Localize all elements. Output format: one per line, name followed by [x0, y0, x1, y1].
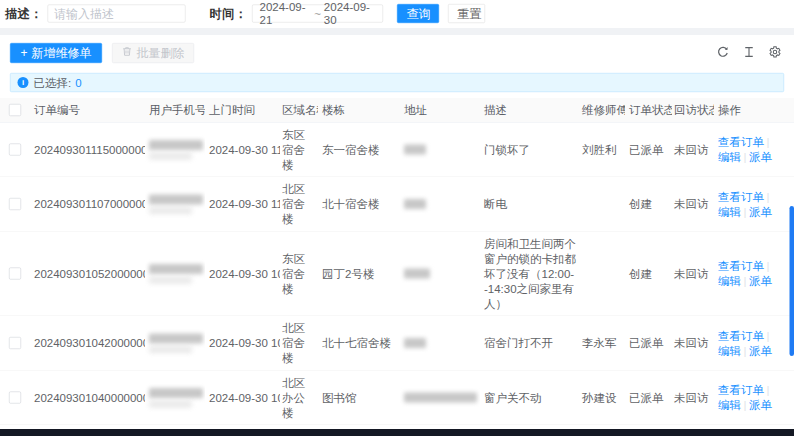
phone-redacted	[145, 259, 205, 288]
table-header-row: 订单编号用户手机号上门时间区域名称楼栋地址描述维修师傅订单状态回访状态操作	[0, 98, 794, 123]
view-order-link[interactable]: 查看订单	[718, 260, 764, 273]
row-checkbox[interactable]	[9, 268, 21, 280]
table-toolbar: + 新增维修单 批量删除	[0, 35, 794, 68]
phone-redacted	[145, 329, 205, 358]
address-blur	[404, 338, 426, 348]
row-checkbox-cell	[0, 333, 30, 354]
column-header: 地址	[400, 98, 480, 122]
add-repair-order-button[interactable]: + 新增维修单	[10, 43, 102, 63]
dispatch-link[interactable]: 派单	[749, 344, 772, 357]
operations-cell: 查看订单|编辑|派单	[714, 254, 790, 293]
phone-blur	[149, 264, 203, 274]
column-header: 区域名称	[280, 98, 318, 122]
link-separator: |	[741, 344, 749, 357]
order-status: 创建	[625, 192, 672, 216]
column-header: 维修师傅	[580, 98, 625, 122]
view-order-link[interactable]: 查看订单	[718, 190, 764, 203]
dispatch-link[interactable]: 派单	[749, 275, 772, 288]
address-blur	[404, 199, 426, 209]
phone-blur-line2	[149, 207, 192, 214]
column-header: 订单状态	[625, 98, 672, 122]
date-start[interactable]: 2024-09-21	[260, 0, 312, 27]
visit-status: 未回访	[672, 138, 714, 162]
area-name: 北区宿舍楼	[280, 177, 318, 231]
address-redacted	[400, 140, 480, 159]
row-checkbox-cell	[0, 387, 30, 408]
phone-blur-line2	[149, 401, 192, 408]
column-header: 楼栋	[318, 98, 400, 122]
view-order-link[interactable]: 查看订单	[718, 329, 764, 342]
header-checkbox-cell	[0, 98, 30, 122]
building-name: 东一宿舍楼	[318, 138, 400, 162]
row-checkbox-cell	[0, 194, 30, 215]
phone-redacted	[145, 135, 205, 164]
visit-time: 2024-09-30 11:04:30	[205, 192, 280, 216]
link-separator: |	[764, 384, 772, 397]
column-header: 订单编号	[30, 98, 145, 122]
area-name: 东区宿舍楼	[280, 123, 318, 177]
reset-button[interactable]: 重置	[448, 4, 485, 23]
column-header: 回访状态	[672, 98, 714, 122]
row-checkbox[interactable]	[9, 198, 21, 210]
area-name: 北区宿舍楼	[280, 316, 318, 370]
phone-blur-line2	[149, 346, 192, 353]
link-separator: |	[741, 275, 749, 288]
address-redacted	[400, 388, 480, 407]
description: 房间和卫生间两个窗户的锁的卡扣都坏了没有（12:00--14:30之间家里有人）	[480, 232, 580, 316]
view-order-link[interactable]: 查看订单	[718, 384, 764, 397]
visit-time: 2024-09-30 11:11:42	[205, 138, 280, 162]
dispatch-link[interactable]: 派单	[749, 151, 772, 164]
operation-links: 查看订单|编辑|派单	[718, 259, 776, 289]
divider-band	[0, 28, 794, 35]
scrollbar-thumb[interactable]	[790, 206, 794, 356]
address-redacted	[400, 334, 480, 353]
operations-cell: 查看订单|编辑|派单	[714, 378, 790, 417]
batch-delete-button[interactable]: 批量删除	[112, 43, 194, 63]
row-checkbox[interactable]	[9, 337, 21, 349]
phone-redacted	[145, 190, 205, 219]
select-all-checkbox[interactable]	[9, 104, 21, 116]
order-status: 已派单	[625, 386, 672, 410]
settings-icon[interactable]	[768, 45, 782, 59]
repair-master: 刘胜利	[580, 138, 625, 162]
visit-time: 2024-09-30 10:37:04	[205, 386, 280, 410]
order-number: 20240930111500000000	[30, 138, 145, 162]
filter-bar: 描述： 时间： 2024-09-21 ~ 2024-09-30 查询 重置	[0, 0, 794, 28]
edit-link[interactable]: 编辑	[718, 344, 741, 357]
refresh-icon[interactable]	[716, 45, 730, 59]
row-checkbox[interactable]	[9, 392, 21, 404]
dispatch-link[interactable]: 派单	[749, 205, 772, 218]
edit-link[interactable]: 编辑	[718, 275, 741, 288]
edit-link[interactable]: 编辑	[718, 151, 741, 164]
link-separator: |	[741, 399, 749, 412]
page: 描述： 时间： 2024-09-21 ~ 2024-09-30 查询 重置 + …	[0, 0, 794, 436]
table-row: 202409301052000000122024-09-30 10:47:55东…	[0, 232, 794, 317]
address-blur	[404, 393, 477, 403]
column-header: 上门时间	[205, 98, 280, 122]
desc-filter-input[interactable]	[48, 5, 186, 23]
order-number: 20240930104200000038	[30, 331, 145, 355]
density-icon[interactable]	[742, 45, 756, 59]
operations-cell: 查看订单|编辑|派单	[714, 185, 790, 224]
dispatch-link[interactable]: 派单	[749, 399, 772, 412]
repair-master: 孙建设	[580, 386, 625, 410]
visit-time: 2024-09-30 10:39:14	[205, 331, 280, 355]
operation-links: 查看订单|编辑|派单	[718, 189, 776, 219]
phone-blur-line2	[149, 153, 192, 160]
plus-icon: +	[21, 46, 28, 60]
search-button[interactable]: 查询	[397, 4, 439, 23]
date-range-picker[interactable]: 2024-09-21 ~ 2024-09-30	[252, 5, 383, 23]
date-end[interactable]: 2024-09-30	[324, 0, 376, 27]
column-header: 描述	[480, 98, 580, 122]
desc-filter-label: 描述：	[5, 5, 43, 22]
selection-alert: i 已选择: 0	[10, 73, 784, 92]
edit-link[interactable]: 编辑	[718, 399, 741, 412]
area-name: 北区办公楼	[280, 371, 318, 425]
row-checkbox[interactable]	[9, 144, 21, 156]
info-icon: i	[18, 77, 29, 88]
operations-cell: 查看订单|编辑|派单	[714, 130, 790, 169]
edit-link[interactable]: 编辑	[718, 205, 741, 218]
view-order-link[interactable]: 查看订单	[718, 136, 764, 149]
area-name: 东区宿舍楼	[280, 247, 318, 301]
phone-blur	[149, 333, 203, 343]
